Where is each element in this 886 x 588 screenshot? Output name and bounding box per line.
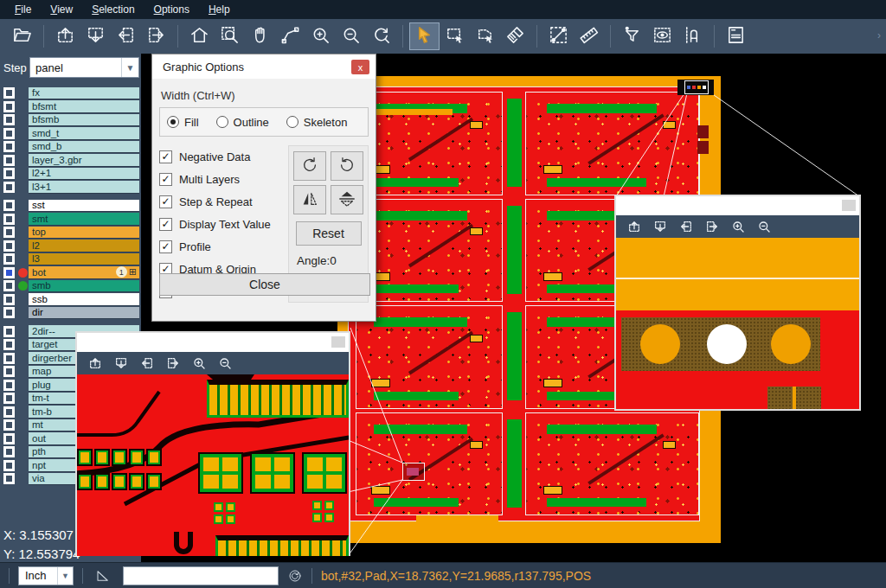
layer-name[interactable]: l2+1 [29, 168, 139, 181]
layer-row-sst[interactable]: sst [0, 199, 141, 213]
layer-table-icon[interactable]: ⊞ [129, 267, 137, 277]
zoom-in-button[interactable] [727, 217, 749, 236]
layer-name[interactable]: dir [29, 307, 139, 320]
checkbox-multi-layers[interactable]: ✓Multi Layers [159, 168, 288, 190]
rotate-cw-button[interactable] [293, 151, 326, 181]
zoom-window-viewport[interactable] [616, 238, 859, 409]
pan-right-button[interactable] [162, 354, 184, 373]
pan-down-button[interactable] [80, 22, 111, 50]
layer-checkbox[interactable] [3, 227, 15, 238]
layer-name[interactable]: top [29, 227, 139, 240]
layer-name[interactable]: layer_3.gbr [29, 154, 139, 167]
layer-checkbox[interactable] [3, 182, 15, 193]
window-button[interactable] [331, 336, 345, 348]
layer-checkbox[interactable] [3, 240, 15, 252]
layer-row-l2+1[interactable]: l2+1 [0, 167, 141, 181]
layer-checkbox[interactable] [3, 393, 15, 404]
pan-left-button[interactable] [111, 22, 141, 50]
layer-row-l3[interactable]: l3 [0, 252, 141, 266]
radio-outline[interactable]: Outline [216, 116, 269, 129]
checkbox-negative-data[interactable]: ✓Negative Data [159, 145, 288, 168]
layer-row-bfsmt[interactable]: bfsmt [0, 100, 141, 114]
poly-select-button[interactable] [470, 22, 500, 50]
checkbox-box[interactable]: ✓ [159, 150, 172, 163]
layers-panel-button[interactable] [721, 22, 751, 50]
layer-checkbox[interactable] [3, 380, 15, 391]
layer-checkbox[interactable] [3, 419, 15, 431]
checkbox-display-text-value[interactable]: ✓Display Text Value [159, 213, 288, 235]
layer-checkbox[interactable] [3, 294, 15, 305]
layer-name[interactable]: smb [29, 280, 139, 293]
checkbox-box[interactable]: ✓ [159, 173, 172, 186]
menu-view[interactable]: View [41, 0, 82, 19]
layer-checkbox[interactable] [3, 406, 15, 418]
zoom-window-viewport[interactable] [77, 374, 349, 556]
layer-name[interactable]: sst [29, 200, 139, 213]
layer-name[interactable]: l3+1 [29, 181, 139, 194]
layer-checkbox[interactable] [3, 433, 15, 444]
layer-row-dir[interactable]: dir [0, 306, 141, 320]
step-select[interactable]: panel ▼ [29, 57, 139, 78]
ruler-button[interactable] [574, 22, 604, 50]
unit-select[interactable]: Inch ▼ [18, 566, 74, 585]
layer-checkbox[interactable] [3, 473, 15, 484]
filter-button[interactable] [617, 22, 647, 50]
layer-row-l3+1[interactable]: l3+1 [0, 181, 141, 195]
open-folder-button[interactable] [7, 22, 37, 50]
close-button[interactable]: Close [159, 273, 370, 296]
angle-mode-icon[interactable] [95, 568, 111, 584]
layer-row-fx[interactable]: fx [0, 86, 141, 100]
layer-checkbox[interactable] [3, 155, 15, 166]
layer-name[interactable]: bfsmt [29, 100, 139, 113]
select-cursor-button[interactable] [409, 22, 440, 50]
checkbox-step-repeat[interactable]: ✓Step & Repeat [159, 190, 288, 213]
mirror-vertical-button[interactable] [331, 185, 363, 214]
pan-left-button[interactable] [136, 354, 158, 373]
layer-checkbox[interactable] [3, 446, 15, 457]
window-button[interactable] [842, 200, 856, 211]
layer-checkbox[interactable] [3, 114, 15, 125]
zoom-in-button[interactable] [305, 22, 336, 50]
layer-row-top[interactable]: top [0, 226, 141, 240]
pan-up-button[interactable] [623, 217, 645, 236]
radio-fill[interactable]: Fill [167, 116, 199, 129]
pan-hand-button[interactable] [245, 22, 275, 50]
zoom-window-button[interactable] [215, 22, 245, 50]
zoom-previous-button[interactable] [366, 22, 396, 50]
zoom-out-button[interactable] [336, 22, 366, 50]
pan-down-button[interactable] [110, 354, 132, 373]
menu-file[interactable]: File [5, 0, 41, 19]
menu-options[interactable]: Options [144, 0, 199, 19]
layer-checkbox[interactable] [3, 326, 15, 337]
checkbox-box[interactable]: ✓ [159, 240, 172, 253]
zoom-out-button[interactable] [753, 217, 775, 236]
view-box-button[interactable] [647, 22, 677, 50]
layer-checkbox[interactable] [3, 339, 15, 350]
rect-select-button[interactable] [440, 22, 470, 50]
layer-name[interactable]: smt [29, 213, 139, 226]
pan-right-button[interactable] [701, 217, 723, 236]
layer-name[interactable]: l3 [29, 253, 139, 266]
snap-magnet-button[interactable] [677, 22, 708, 50]
layer-row-layer_3.gbr[interactable]: layer_3.gbr [0, 154, 141, 168]
close-icon[interactable]: x [351, 60, 369, 74]
layer-row-l2[interactable]: l2 [0, 240, 141, 253]
layer-row-smd_t[interactable]: smd_t [0, 127, 141, 141]
layer-checkbox[interactable] [3, 253, 15, 265]
layer-checkbox[interactable] [3, 168, 15, 179]
radio-skeleton[interactable]: Skeleton [286, 116, 348, 129]
layer-name[interactable]: smd_t [29, 127, 139, 140]
layer-row-bfsmb[interactable]: bfsmb [0, 113, 141, 127]
pan-up-button[interactable] [84, 354, 106, 373]
pan-right-button[interactable] [141, 22, 171, 50]
layer-row-smt[interactable]: smt [0, 213, 141, 227]
measure-distance-button[interactable] [543, 22, 574, 50]
pan-left-button[interactable] [675, 217, 697, 236]
layer-name[interactable]: bfsmb [29, 114, 139, 127]
checkbox-box[interactable]: ✓ [159, 195, 172, 208]
command-input[interactable] [123, 566, 279, 585]
menu-selection[interactable]: Selection [82, 0, 144, 19]
layer-checkbox[interactable] [3, 128, 15, 139]
zoom-out-button[interactable] [214, 354, 236, 373]
layer-checkbox[interactable] [3, 460, 15, 471]
